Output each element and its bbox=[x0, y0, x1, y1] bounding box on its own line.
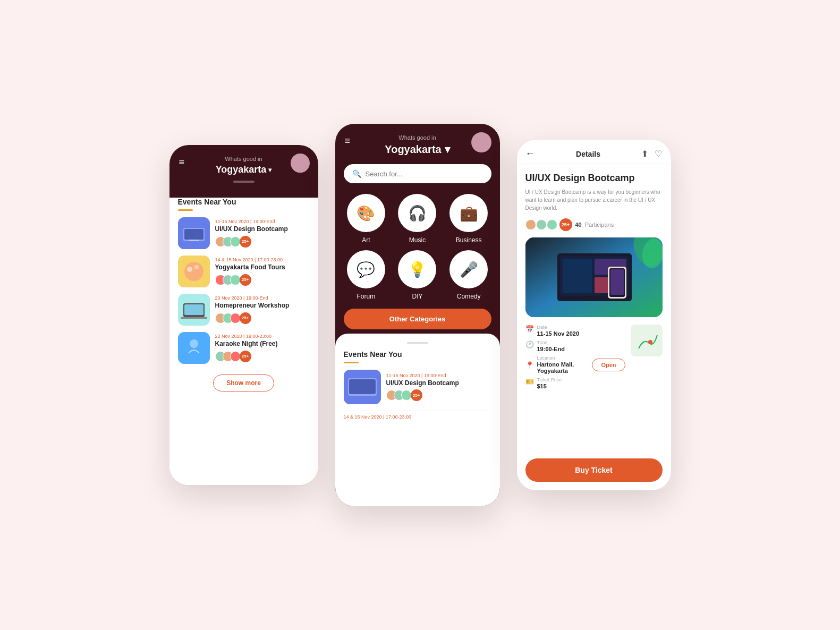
svg-rect-24 bbox=[563, 259, 592, 293]
svg-point-1 bbox=[294, 165, 307, 173]
event-date: 22 Nov 2020 | 19:00-23:00 bbox=[215, 334, 310, 339]
category-item-art[interactable]: 🎨 Art bbox=[344, 194, 389, 244]
menu-icon[interactable]: ≡ bbox=[345, 135, 351, 147]
event-item[interactable]: 22 Nov 2020 | 19:00-23:00 Karaoke Night … bbox=[178, 332, 310, 364]
category-icon-forum: 💬 bbox=[347, 250, 385, 288]
search-input[interactable] bbox=[366, 170, 483, 178]
back-button[interactable]: ← bbox=[525, 148, 535, 159]
participant-avatar bbox=[230, 275, 241, 285]
event-item[interactable]: 11-15 Nov 2020 | 19:00-End UI/UX Design … bbox=[344, 370, 491, 404]
svg-point-8 bbox=[187, 267, 192, 272]
svg-point-15 bbox=[190, 339, 198, 348]
category-item-forum[interactable]: 💬 Forum bbox=[344, 250, 389, 300]
time-row: 🕐 Time 19:00-End bbox=[525, 340, 625, 352]
open-map-button[interactable]: Open bbox=[592, 359, 625, 371]
event-date: 11-15 Nov 2020 | 19:00-End bbox=[386, 373, 491, 378]
svg-rect-5 bbox=[189, 240, 199, 241]
event-name: UI/UX Design Bootcamp bbox=[215, 225, 310, 234]
phone-1: ≡ Whats good in Yogyakarta ▾ Events Near… bbox=[169, 145, 318, 485]
location-icon: 📍 bbox=[525, 361, 534, 369]
menu-icon[interactable]: ≡ bbox=[179, 157, 184, 168]
svg-point-9 bbox=[194, 265, 199, 269]
svg-point-7 bbox=[184, 262, 203, 281]
location-value: Hartono Mall, Yogyakarta bbox=[537, 361, 589, 374]
search-icon: 🔍 bbox=[352, 169, 361, 178]
avatars-row: 25+ bbox=[386, 389, 491, 401]
buy-ticket-button[interactable]: Buy Ticket bbox=[525, 458, 663, 482]
detail-description: UI / UX Design Bootcamp is a way for you… bbox=[525, 188, 663, 212]
detail-title: UI/UX Design Bootcamp bbox=[525, 173, 663, 184]
participant-avatar bbox=[536, 219, 547, 230]
event-item[interactable]: 14 & 15 Nov 2020 | 17:00-23:00 Yogyakart… bbox=[178, 256, 310, 287]
ticket-value: $15 bbox=[537, 383, 562, 389]
participant-count: 25+ bbox=[240, 274, 251, 286]
phone-3: ← Details ⬆ ♡ UI/UX Design Bootcamp UI /… bbox=[517, 140, 671, 490]
participant-count: 25+ bbox=[240, 236, 251, 248]
category-item-business[interactable]: 💼 Business bbox=[446, 194, 491, 244]
phone1-body: Events Near You 11-15 Nov 2020 | 19:00-E… bbox=[169, 189, 318, 485]
svg-rect-13 bbox=[181, 317, 207, 319]
participants-row: 25+ 40 Participans bbox=[525, 218, 663, 231]
categories-grid: 🎨 Art 🎧 Music 💼 Business 💬 Forum 💡 DIY 🎤… bbox=[335, 194, 500, 309]
phone-2: ≡ Whats good in Yogyakarta ▾ 🔍 🎨 Art 🎧 M… bbox=[335, 124, 500, 506]
category-label: Art bbox=[362, 236, 370, 244]
category-item-music[interactable]: 🎧 Music bbox=[395, 194, 440, 244]
svg-rect-29 bbox=[610, 269, 624, 295]
event-date-preview: 14 & 15 Nov 2020 | 17:00-23:00 bbox=[344, 414, 491, 420]
scroll-indicator bbox=[233, 181, 254, 183]
event-date: 20 Nov 2020 | 19:00-End bbox=[215, 295, 310, 301]
participant-avatar bbox=[230, 351, 241, 362]
category-item-comedy[interactable]: 🎤 Comedy bbox=[446, 250, 491, 300]
category-label: Comedy bbox=[457, 293, 481, 300]
event-item[interactable]: 11-15 Nov 2020 | 19:00-End UI/UX Design … bbox=[178, 217, 310, 249]
date-label: Date bbox=[537, 325, 580, 330]
category-label: Business bbox=[456, 236, 482, 244]
show-more-button[interactable]: Show more bbox=[213, 374, 274, 391]
event-date: 14 & 15 Nov 2020 | 17:00-23:00 bbox=[215, 257, 310, 262]
share-button[interactable]: ⬆ bbox=[641, 149, 648, 159]
category-icon-diy: 💡 bbox=[398, 250, 436, 288]
event-image bbox=[525, 237, 663, 317]
chevron-icon[interactable]: ▾ bbox=[268, 166, 271, 174]
open-btn-container: Open bbox=[592, 359, 625, 371]
time-label: Time bbox=[537, 340, 565, 345]
section-title: Events Near You bbox=[178, 198, 310, 206]
chevron-icon[interactable]: ▾ bbox=[445, 143, 450, 156]
svg-rect-4 bbox=[184, 229, 203, 240]
date-value: 11-15 Nov 2020 bbox=[537, 330, 580, 337]
event-name: Homepreneur Workshop bbox=[215, 302, 310, 310]
event-thumbnail bbox=[178, 256, 210, 287]
subtitle: Whats good in bbox=[225, 156, 262, 162]
avatars-row: 25+ bbox=[215, 274, 310, 286]
time-value: 19:00-End bbox=[537, 346, 565, 352]
avatars-row: 25+ bbox=[215, 351, 310, 362]
svg-point-0 bbox=[296, 157, 304, 165]
participant-total: 40 bbox=[575, 222, 582, 228]
avatars-row: 25+ bbox=[215, 236, 310, 248]
participant-avatar bbox=[547, 219, 557, 230]
ticket-block: Ticket Price $15 bbox=[537, 377, 562, 389]
ticket-row: 🎫 Ticket Price $15 bbox=[525, 377, 625, 389]
event-thumbnail bbox=[344, 370, 381, 404]
time-block: Time 19:00-End bbox=[537, 340, 565, 352]
event-item[interactable]: 20 Nov 2020 | 19:00-End Homepreneur Work… bbox=[178, 294, 310, 326]
avatars-row: 25+ bbox=[215, 312, 310, 324]
participant-count: 25+ bbox=[559, 218, 572, 231]
phone2-header: ≡ Whats good in Yogyakarta ▾ bbox=[335, 124, 500, 164]
phone1-header: ≡ Whats good in Yogyakarta ▾ bbox=[169, 145, 318, 198]
avatar[interactable] bbox=[291, 154, 310, 173]
event-thumbnail bbox=[178, 332, 210, 364]
avatar[interactable] bbox=[471, 132, 491, 152]
favorite-button[interactable]: ♡ bbox=[655, 149, 662, 159]
category-item-diy[interactable]: 💡 DIY bbox=[395, 250, 440, 300]
participant-count: 25+ bbox=[411, 389, 422, 401]
category-icon-art: 🎨 bbox=[347, 194, 385, 232]
location-row: 📍 Location Hartono Mall, Yogyakarta Open bbox=[525, 355, 625, 374]
participant-avatar bbox=[525, 219, 536, 230]
divider bbox=[344, 411, 491, 411]
event-info: 11-15 Nov 2020 | 19:00-End UI/UX Design … bbox=[386, 373, 491, 402]
category-icon-music: 🎧 bbox=[398, 194, 436, 232]
other-categories-button[interactable]: Other Categories bbox=[344, 309, 491, 329]
date-row: 📅 Date 11-15 Nov 2020 bbox=[525, 325, 625, 337]
clock-icon: 🕐 bbox=[525, 340, 534, 348]
